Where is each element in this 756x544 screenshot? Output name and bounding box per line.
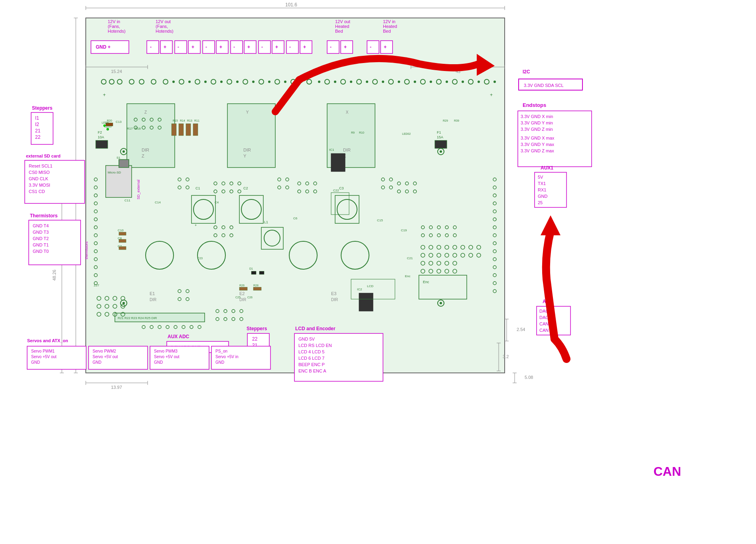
svg-text:(Fans,: (Fans, [108, 24, 120, 29]
svg-text:GND: GND [538, 194, 548, 199]
svg-text:E2: E2 [239, 291, 245, 296]
svg-point-182 [398, 81, 400, 83]
svg-text:GND: GND [154, 360, 163, 365]
svg-text:R21 R22 R23  R24 R25  DIR: R21 R22 R23 R24 R25 DIR [118, 316, 157, 320]
svg-text:C22: C22 [333, 189, 339, 192]
svg-text:PS_on: PS_on [215, 349, 227, 353]
svg-text:Y: Y [243, 154, 247, 158]
svg-text:DIR: DIR [142, 148, 149, 152]
svg-text:SD_external: SD_external [136, 179, 140, 199]
svg-text:15.24: 15.24 [111, 69, 122, 74]
svg-text:LCD 6     LCD 7: LCD 6 LCD 7 [298, 356, 324, 361]
svg-text:2.54: 2.54 [517, 327, 525, 332]
svg-point-186 [430, 81, 432, 83]
svg-text:C11: C11 [124, 199, 130, 202]
svg-text:CAN: CAN [539, 321, 549, 326]
svg-text:C26: C26 [247, 296, 253, 299]
svg-text:+: + [303, 44, 306, 50]
svg-text:CS0    MISO: CS0 MISO [29, 170, 50, 175]
svg-text:-: - [178, 44, 179, 50]
svg-text:Heated: Heated [383, 24, 397, 29]
svg-text:+: + [103, 92, 106, 98]
svg-text:Bed: Bed [383, 29, 391, 34]
svg-text:GND: GND [93, 360, 101, 365]
svg-text:R10: R10 [359, 131, 364, 134]
svg-point-156 [188, 81, 191, 83]
svg-text:S1: S1 [116, 156, 120, 160]
svg-rect-330 [172, 124, 176, 136]
svg-point-176 [350, 81, 352, 83]
svg-text:25: 25 [538, 200, 543, 205]
svg-text:Y: Y [246, 110, 249, 114]
external-sd-label: external SD card [26, 154, 61, 158]
svg-text:GND: GND [215, 360, 224, 365]
svg-point-180 [382, 81, 384, 83]
svg-text:Servo PWM2: Servo PWM2 [93, 349, 116, 353]
svg-text:TX1: TX1 [538, 181, 546, 186]
svg-text:C10: C10 [118, 229, 124, 232]
svg-text:IC1: IC1 [329, 148, 334, 152]
svg-text:Micro-SD: Micro-SD [108, 171, 121, 174]
svg-text:3.3V  GND  Y max: 3.3V GND Y max [521, 142, 554, 147]
svg-text:LCD RS    LCD EN: LCD RS LCD EN [298, 343, 332, 348]
car-label: CAN [653, 464, 681, 479]
svg-text:Z: Z [144, 110, 147, 114]
svg-rect-100 [31, 112, 53, 144]
svg-text:Servo PWM3: Servo PWM3 [154, 349, 178, 353]
svg-text:GND    CLK: GND CLK [29, 176, 49, 181]
svg-text:Heated: Heated [335, 24, 349, 29]
svg-text:DIR: DIR [343, 148, 351, 152]
aux1-label: AUX1 [541, 165, 553, 171]
steppers-left-label: Steppers [32, 105, 53, 111]
svg-text:C6: C6 [293, 217, 298, 220]
lcd-encoder-label: LCD and Encoder [295, 326, 336, 331]
svg-rect-248 [359, 293, 373, 311]
svg-text:DIR: DIR [150, 298, 156, 302]
svg-text:E3: E3 [331, 291, 336, 296]
svg-text:3.2: 3.2 [503, 354, 509, 359]
svg-text:-: - [233, 44, 235, 50]
svg-text:R15: R15 [173, 119, 178, 122]
svg-text:DAC: DAC [539, 315, 549, 320]
label-12v-out-fans: 12V out [156, 19, 171, 24]
svg-text:3.3V  GND  Z max: 3.3V GND Z max [521, 148, 554, 153]
svg-text:GND  T4: GND T4 [33, 223, 49, 228]
svg-point-259 [440, 302, 442, 304]
svg-rect-344 [119, 160, 129, 168]
svg-text:3.3V  GND  Z min: 3.3V GND Z min [521, 127, 553, 132]
svg-rect-246 [331, 154, 345, 171]
svg-text:R14: R14 [180, 119, 185, 122]
label-12v-in-heated: 12V in [383, 19, 395, 24]
svg-text:BEEP      ENC P: BEEP ENC P [298, 362, 325, 367]
svg-text:C14: C14 [155, 201, 161, 204]
svg-text:-: - [289, 44, 291, 50]
svg-text:LED07: LED07 [105, 126, 112, 128]
svg-text:15A: 15A [437, 135, 443, 139]
svg-text:Servo +5V in: Servo +5V in [215, 355, 239, 359]
svg-text:Reset  SCL1: Reset SCL1 [29, 164, 52, 168]
svg-point-184 [414, 81, 416, 83]
svg-text:Servo PWM1: Servo PWM1 [31, 349, 55, 353]
svg-text:R28: R28 [253, 284, 259, 287]
svg-point-162 [236, 81, 239, 83]
svg-rect-241 [435, 140, 447, 148]
svg-text:3.3V  GND  SDA  SCL: 3.3V GND SDA SCL [524, 83, 564, 88]
fuse-f2-label: F2 [98, 130, 102, 134]
svg-text:R26: R26 [239, 284, 245, 287]
svg-text:21: 21 [35, 128, 41, 134]
svg-point-178 [366, 81, 368, 83]
svg-text:C23: C23 [197, 257, 203, 260]
svg-text:IC2: IC2 [357, 288, 362, 291]
svg-rect-72 [327, 41, 339, 53]
svg-text:-: - [370, 44, 371, 50]
svg-text:3.3V  GND  X min: 3.3V GND X min [521, 114, 553, 119]
endstops-label: Endstops [523, 102, 546, 108]
svg-text:thermistors: thermistors [85, 241, 89, 259]
svg-text:R39: R39 [454, 119, 459, 122]
svg-text:LED02: LED02 [402, 132, 411, 135]
svg-text:22: 22 [252, 336, 258, 342]
svg-rect-68 [286, 41, 298, 53]
thermistors-label: Thermistors [30, 213, 58, 219]
svg-rect-56 [203, 41, 215, 53]
svg-rect-331 [179, 124, 184, 136]
